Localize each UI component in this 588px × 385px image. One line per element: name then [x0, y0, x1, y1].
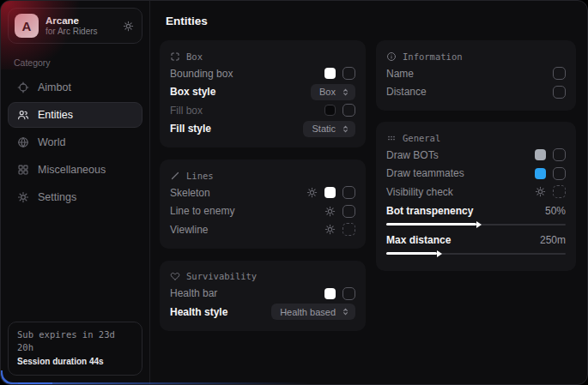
card-general: General Draw BOTs Draw teammates [376, 122, 576, 271]
setting-row-bounding-box: Bounding box [170, 64, 355, 83]
grid-icon [17, 164, 29, 176]
setting-label: Skeleton [170, 187, 210, 199]
setting-label: Visibility check [386, 186, 453, 198]
health-style-dropdown[interactable]: Health based [271, 304, 355, 320]
sidebar-item-aimbot[interactable]: Aimbot [8, 75, 142, 100]
setting-label: Max distance [386, 234, 451, 246]
info-icon [386, 51, 397, 62]
gear-icon[interactable] [123, 21, 134, 32]
diagonal-line-icon [170, 171, 180, 181]
globe-icon [17, 136, 29, 148]
card-lines-header: Lines [170, 167, 355, 183]
scan-box-icon [170, 51, 180, 62]
name-checkbox[interactable] [553, 67, 566, 80]
main-content: Entities Box Bounding box [150, 1, 587, 384]
slider-thumb[interactable] [437, 250, 442, 257]
setting-label: Distance [386, 86, 427, 98]
health-bar-checkbox[interactable] [342, 287, 355, 300]
setting-row-health-bar: Health bar [170, 285, 355, 304]
setting-label: Viewline [170, 224, 208, 236]
max-distance-slider[interactable] [386, 249, 566, 259]
dots-grid-icon [386, 133, 397, 143]
skeleton-checkbox[interactable] [342, 186, 355, 199]
draw-bots-checkbox[interactable] [553, 148, 566, 161]
fill-box-checkbox[interactable] [342, 104, 355, 117]
dropdown-value: Box [319, 87, 336, 97]
line-to-enemy-checkbox[interactable] [342, 205, 355, 218]
sidebar-item-settings[interactable]: Settings [8, 184, 142, 210]
app-meta: Arcane for Arc Riders [45, 15, 98, 38]
card-title: Information [403, 51, 463, 62]
viewline-checkbox[interactable] [342, 223, 355, 236]
setting-row-bot-transparency: Bot transpenency 50% [386, 203, 566, 219]
box-style-dropdown[interactable]: Box [311, 84, 355, 100]
setting-row-draw-teammates: Draw teammates [386, 165, 566, 183]
users-icon [17, 109, 29, 121]
setting-row-draw-bots: Draw BOTs [386, 146, 566, 165]
gear-icon[interactable] [324, 224, 336, 235]
slider-fill [386, 223, 476, 226]
setting-label: Bot transpenency [386, 205, 473, 217]
heart-icon [170, 271, 180, 281]
setting-row-max-distance: Max distance 250m [386, 232, 566, 248]
setting-label: Line to enemy [170, 205, 234, 217]
slider-thumb[interactable] [476, 221, 482, 228]
bot-transparency-slider[interactable] [386, 220, 566, 230]
setting-label: Draw BOTs [386, 149, 439, 161]
gear-icon[interactable] [535, 186, 546, 197]
fill-style-dropdown[interactable]: Static [303, 121, 355, 137]
card-general-header: General [386, 129, 566, 146]
subscription-panel: Sub expires in 23d 20h Session duration … [8, 322, 142, 376]
card-title: Box [186, 51, 203, 62]
setting-label: Health bar [170, 287, 217, 299]
sidebar-item-label: Miscellaneous [38, 164, 106, 176]
app-window: A Arcane for Arc Riders Category Aimbot [0, 0, 588, 385]
color-swatch[interactable] [324, 288, 336, 299]
color-swatch[interactable] [535, 149, 546, 160]
chevrons-up-down-icon [341, 87, 350, 97]
card-information: Information Name Distance [376, 40, 576, 111]
visibility-check-checkbox[interactable] [553, 185, 566, 198]
card-lines: Lines Skeleton Line to enemy [160, 159, 366, 249]
setting-row-visibility-check: Visibility check [386, 183, 566, 202]
gear-icon [17, 191, 29, 203]
color-swatch[interactable] [324, 68, 336, 79]
distance-checkbox[interactable] [553, 86, 566, 99]
sidebar-item-label: Entities [38, 109, 73, 121]
category-label: Category [14, 57, 142, 68]
chevrons-up-down-icon [341, 307, 350, 316]
card-survivability-header: Survivability [170, 268, 355, 285]
chevrons-up-down-icon [341, 124, 350, 134]
color-swatch[interactable] [324, 105, 336, 116]
card-box: Box Bounding box Box style Box [160, 40, 366, 147]
sidebar: A Arcane for Arc Riders Category Aimbot [1, 1, 150, 384]
sidebar-item-label: World [38, 136, 65, 148]
gear-icon[interactable] [324, 206, 336, 217]
gear-icon[interactable] [306, 187, 318, 198]
app-header-card: A Arcane for Arc Riders [8, 8, 142, 44]
app-name: Arcane [45, 15, 98, 27]
sidebar-nav: Aimbot Entities World Miscellaneous [8, 75, 142, 210]
setting-label: Bounding box [170, 68, 233, 80]
dropdown-value: Static [312, 123, 336, 134]
setting-row-distance: Distance [386, 83, 566, 102]
sidebar-item-entities[interactable]: Entities [8, 102, 142, 128]
draw-teammates-checkbox[interactable] [553, 167, 566, 180]
setting-row-line-to-enemy: Line to enemy [170, 202, 355, 221]
sidebar-item-miscellaneous[interactable]: Miscellaneous [8, 157, 142, 183]
slider-fill [386, 252, 437, 255]
setting-row-health-style: Health style Health based [170, 303, 355, 322]
page-title: Entities [166, 15, 576, 27]
session-duration: Session duration 44s [17, 355, 133, 368]
sidebar-item-world[interactable]: World [8, 129, 142, 155]
subscription-expiry: Sub expires in 23d 20h [17, 328, 133, 356]
sidebar-item-label: Aimbot [38, 81, 71, 93]
setting-row-viewline: Viewline [170, 220, 355, 239]
bounding-box-checkbox[interactable] [342, 67, 355, 80]
card-information-header: Information [386, 48, 566, 64]
sidebar-item-label: Settings [38, 191, 76, 203]
setting-row-fill-style: Fill style Static [170, 120, 355, 139]
setting-row-name: Name [386, 64, 566, 83]
color-swatch[interactable] [324, 187, 336, 198]
color-swatch[interactable] [535, 168, 546, 179]
